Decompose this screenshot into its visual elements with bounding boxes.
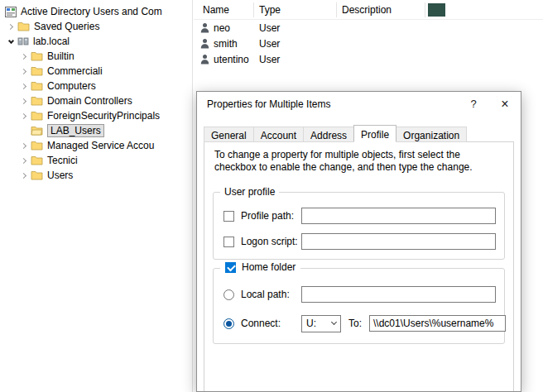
folder-icon bbox=[31, 141, 43, 151]
help-button[interactable]: ? bbox=[458, 92, 489, 117]
folder-icon bbox=[31, 96, 43, 106]
chevron-right-icon[interactable] bbox=[18, 95, 30, 107]
home-folder-group: Home folder Local path: Connect: U: To: bbox=[213, 268, 505, 344]
local-path-input[interactable] bbox=[301, 286, 496, 303]
tab-account[interactable]: Account bbox=[253, 127, 304, 142]
sidebar-item-label: Saved Queries bbox=[34, 21, 99, 32]
sidebar-item-saved-queries[interactable]: Saved Queries bbox=[0, 19, 192, 34]
column-header-artifact bbox=[428, 3, 445, 17]
dialog-title: Properties for Multiple Items bbox=[197, 98, 458, 110]
list-header: Name Type Description bbox=[194, 0, 543, 20]
folder-open-icon bbox=[31, 126, 43, 136]
close-button[interactable]: × bbox=[489, 92, 521, 117]
user-profile-group: User profile Profile path: Logon script: bbox=[213, 192, 505, 260]
drive-letter-select[interactable]: U: bbox=[301, 315, 341, 332]
chevron-right-icon[interactable] bbox=[5, 21, 17, 32]
cell-name: smith bbox=[214, 38, 238, 50]
sidebar-item-label: Commerciali bbox=[47, 65, 103, 77]
user-icon bbox=[200, 22, 209, 33]
column-header-type[interactable]: Type bbox=[259, 4, 281, 16]
user-list-panel: Name Type Description neo User smith Use… bbox=[194, 0, 543, 91]
properties-dialog: Properties for Multiple Items ? × Genera… bbox=[196, 91, 521, 392]
local-path-label: Local path: bbox=[241, 289, 301, 300]
user-icon bbox=[200, 38, 209, 49]
home-folder-path-input[interactable] bbox=[369, 315, 506, 332]
local-path-row: Local path: bbox=[223, 285, 496, 304]
connect-radio[interactable] bbox=[223, 318, 234, 329]
profile-tab-pane: To change a property for multiple object… bbox=[204, 141, 514, 391]
home-folder-checkbox[interactable] bbox=[225, 262, 236, 273]
tab-address[interactable]: Address bbox=[303, 127, 354, 142]
sidebar-item-label: Tecnici bbox=[47, 155, 78, 166]
local-path-radio[interactable] bbox=[223, 289, 234, 300]
chevron-right-icon[interactable] bbox=[18, 80, 30, 92]
chevron-right-icon[interactable] bbox=[18, 155, 30, 166]
logon-script-checkbox[interactable] bbox=[223, 237, 234, 247]
sidebar-item-managed-service-accounts[interactable]: Managed Service Accou bbox=[0, 138, 192, 153]
sidebar-item-label: ForeignSecurityPrincipals bbox=[47, 110, 160, 122]
folder-icon bbox=[17, 22, 30, 31]
tab-general[interactable]: General bbox=[204, 127, 254, 142]
folder-icon bbox=[31, 66, 43, 76]
folder-icon bbox=[31, 170, 43, 180]
table-row[interactable]: smith User bbox=[194, 36, 543, 51]
chevron-down-icon[interactable] bbox=[5, 36, 17, 47]
tab-strip: General Account Address Profile Organiza… bbox=[204, 126, 466, 142]
profile-path-checkbox[interactable] bbox=[223, 211, 234, 222]
sidebar-item-label: Users bbox=[47, 170, 73, 181]
sidebar-item-builtin[interactable]: Builtin bbox=[0, 49, 192, 64]
logon-script-row: Logon script: bbox=[223, 232, 496, 251]
dialog-titlebar[interactable]: Properties for Multiple Items ? × bbox=[197, 92, 521, 117]
profile-path-label: Profile path: bbox=[241, 210, 301, 222]
sidebar-item-label: Active Directory Users and Com bbox=[21, 6, 162, 17]
column-separator[interactable] bbox=[336, 2, 337, 17]
home-folder-group-label: Home folder bbox=[242, 261, 296, 273]
column-header-name[interactable]: Name bbox=[203, 4, 229, 16]
table-row[interactable]: utentino User bbox=[194, 51, 543, 67]
column-separator[interactable] bbox=[253, 2, 254, 17]
sidebar-item-foreign-security-principals[interactable]: ForeignSecurityPrincipals bbox=[0, 108, 192, 123]
cell-type: User bbox=[259, 38, 280, 50]
sidebar-item-label: lab.local bbox=[33, 36, 70, 47]
chevron-right-icon[interactable] bbox=[18, 170, 30, 181]
sidebar-item-tecnici[interactable]: Tecnici bbox=[0, 153, 192, 168]
cell-type: User bbox=[259, 54, 280, 65]
sidebar-item-users[interactable]: Users bbox=[0, 168, 192, 183]
user-icon bbox=[200, 54, 209, 65]
folder-icon bbox=[31, 111, 43, 121]
connect-label: Connect: bbox=[241, 318, 301, 329]
table-row[interactable]: neo User bbox=[194, 20, 543, 36]
cell-name: neo bbox=[214, 22, 230, 34]
chevron-right-icon[interactable] bbox=[18, 65, 30, 77]
to-label: To: bbox=[348, 318, 362, 329]
folder-icon bbox=[31, 81, 43, 91]
sidebar-item-label: Managed Service Accou bbox=[47, 140, 154, 151]
sidebar-item-label: Builtin bbox=[47, 50, 74, 62]
folder-icon bbox=[31, 155, 43, 165]
sidebar-item-ad-root[interactable]: Active Directory Users and Com bbox=[0, 4, 192, 19]
logon-script-input[interactable] bbox=[301, 233, 496, 250]
logon-script-label: Logon script: bbox=[241, 236, 301, 247]
sidebar-item-label: Computers bbox=[47, 80, 96, 92]
user-profile-group-label: User profile bbox=[220, 186, 279, 198]
chevron-right-icon[interactable] bbox=[18, 110, 30, 122]
tab-organization[interactable]: Organization bbox=[396, 127, 467, 142]
chevron-right-icon[interactable] bbox=[18, 50, 30, 62]
folder-icon bbox=[31, 51, 43, 61]
column-header-description[interactable]: Description bbox=[342, 4, 392, 16]
active-directory-icon bbox=[5, 7, 17, 17]
cell-name: utentino bbox=[214, 54, 249, 65]
sidebar-item-computers[interactable]: Computers bbox=[0, 79, 192, 93]
sidebar-item-domain-controllers[interactable]: Domain Controllers bbox=[0, 93, 192, 108]
cell-type: User bbox=[259, 22, 280, 34]
sidebar-item-lab-local[interactable]: lab.local bbox=[0, 34, 192, 49]
sidebar-item-commerciali[interactable]: Commerciali bbox=[0, 64, 192, 79]
sidebar-item-label: Domain Controllers bbox=[47, 95, 132, 107]
sidebar-item-lab-users[interactable]: LAB_Users bbox=[0, 123, 192, 138]
chevron-right-icon[interactable] bbox=[18, 140, 30, 151]
home-folder-group-header: Home folder bbox=[220, 261, 300, 273]
profile-path-input[interactable] bbox=[301, 208, 496, 224]
column-separator[interactable] bbox=[425, 2, 425, 17]
tab-profile[interactable]: Profile bbox=[353, 125, 396, 142]
console-tree-panel: Active Directory Users and Com Saved Que… bbox=[0, 0, 193, 392]
